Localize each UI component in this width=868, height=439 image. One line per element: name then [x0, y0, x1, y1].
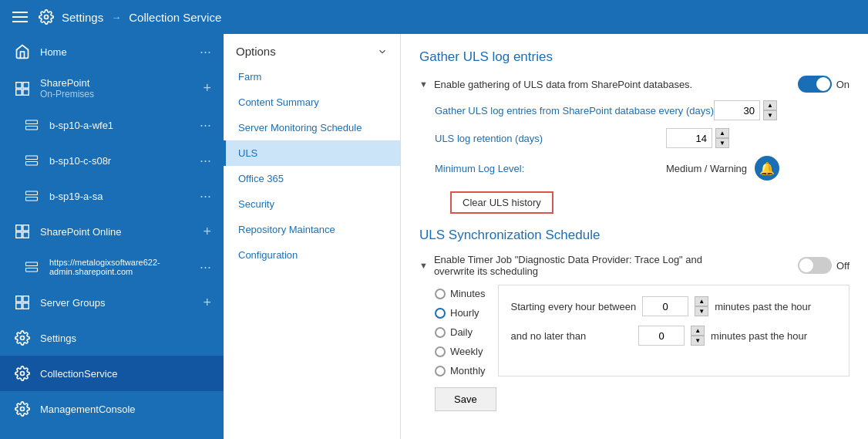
svg-rect-0 [16, 82, 22, 87]
svg-rect-12 [26, 191, 38, 195]
minutes-label: Minutes [450, 288, 486, 299]
hourly-radio[interactable] [435, 308, 446, 319]
minutes-radio[interactable] [435, 289, 446, 299]
options-chevron-icon [377, 46, 388, 57]
sync-enable-label: Enable Timer Job "Diagnostic Data Provid… [434, 254, 742, 277]
server-groups-add-icon[interactable]: + [203, 295, 211, 311]
svg-rect-8 [26, 156, 38, 160]
sp-online-url-label: https://metalogixsoftware622-admin.share… [49, 258, 192, 276]
server-s08r-label: b-sp10-c-s08r [49, 155, 192, 167]
no-later-down[interactable]: ▼ [691, 336, 705, 346]
settings-nav-label: Settings [40, 333, 211, 344]
sp19-more-icon[interactable]: ··· [200, 188, 211, 204]
hamburger-menu[interactable] [9, 8, 31, 25]
sidebar-item-sharepoint-onprem[interactable]: SharePoint On-Premises + [0, 69, 224, 107]
sync-chevron-icon: ▼ [419, 261, 428, 270]
daily-radio[interactable] [435, 327, 446, 338]
starting-input[interactable] [642, 296, 688, 316]
sidebar-item-settings[interactable]: Settings [0, 320, 224, 356]
retention-input-group: ▲ ▼ [666, 128, 729, 148]
svg-rect-22 [16, 296, 22, 302]
min-log-level-value: Medium / Warning [666, 163, 747, 174]
schedule-hourly[interactable]: Hourly [435, 307, 486, 319]
settings-icon [39, 9, 54, 25]
no-later-up[interactable]: ▲ [691, 326, 705, 336]
retention-down[interactable]: ▼ [715, 138, 729, 148]
gather-uls-title: Gather ULS log entries [419, 49, 849, 65]
nav-item-farm[interactable]: Farm [224, 64, 400, 89]
s08r-more-icon[interactable]: ··· [200, 153, 211, 169]
sharepoint-online-add-icon[interactable]: + [203, 224, 211, 240]
svg-rect-19 [23, 232, 29, 238]
gather-days-row: Gather ULS log entries from SharePoint d… [419, 100, 849, 120]
gather-days-down[interactable]: ▼ [763, 110, 777, 120]
enable-gathering-toggle[interactable] [798, 76, 832, 93]
sharepoint-onprem-icon [12, 79, 32, 99]
collection-service-label: CollectionService [40, 368, 211, 380]
nav-item-server-monitoring[interactable]: Server Monitoring Schedule [224, 115, 400, 140]
sharepoint-onprem-add-icon[interactable]: + [203, 80, 211, 96]
wfe1-more-icon[interactable]: ··· [200, 117, 211, 133]
schedule-daily[interactable]: Daily [435, 326, 486, 338]
starting-up[interactable]: ▲ [695, 296, 708, 306]
gather-days-up[interactable]: ▲ [763, 100, 777, 110]
retention-spinner: ▲ ▼ [715, 128, 729, 148]
no-later-input[interactable] [638, 326, 685, 346]
sidebar-item-sp-online-url[interactable]: https://metalogixsoftware622-admin.share… [0, 249, 224, 285]
enable-gathering-subsection: ▼ Enable gathering of ULS data from Shar… [419, 76, 849, 214]
sp-url-more-icon[interactable]: ··· [200, 259, 211, 275]
topbar: Settings → Collection Service [0, 0, 868, 34]
nav-item-security[interactable]: Security [224, 191, 400, 217]
monthly-radio[interactable] [435, 366, 446, 377]
sync-enable-toggle-label: Off [836, 260, 849, 272]
no-later-row: and no later than ▲ ▼ minutes past the h… [511, 326, 836, 346]
sidebar-item-s08r[interactable]: b-sp10-c-s08r ··· [0, 143, 224, 178]
retention-up[interactable]: ▲ [715, 128, 729, 138]
sidebar-item-options[interactable]: Options [0, 427, 224, 439]
monthly-label: Monthly [450, 365, 486, 377]
sync-enable-header: ▼ Enable Timer Job "Diagnostic Data Prov… [419, 254, 849, 277]
retention-input[interactable] [666, 128, 712, 148]
svg-rect-1 [23, 82, 29, 87]
clear-uls-history-button[interactable]: Clear ULS history [450, 191, 553, 214]
sync-enable-toggle[interactable] [798, 257, 832, 274]
nav-item-content-summary[interactable]: Content Summary [224, 89, 400, 115]
schedule-radio-group: Minutes Hourly Daily Weekly [435, 285, 486, 377]
sidebar-item-sharepoint-online[interactable]: SharePoint Online + [0, 214, 224, 249]
starting-spinner: ▲ ▼ [695, 296, 708, 316]
server-groups-label: Server Groups [40, 297, 195, 309]
svg-rect-23 [23, 296, 29, 302]
starting-row: Starting every hour between ▲ ▼ minutes … [511, 296, 836, 316]
sidebar-item-management-console[interactable]: ManagementConsole [0, 391, 224, 427]
sidebar-item-server-groups[interactable]: Server Groups + [0, 285, 224, 320]
nav-item-office365[interactable]: Office 365 [224, 166, 400, 191]
sidebar-item-home[interactable]: Home ··· [0, 34, 224, 69]
content-area: Gather ULS log entries ▼ Enable gatherin… [401, 34, 868, 439]
settings-breadcrumb: Settings [62, 11, 103, 24]
nav-item-uls[interactable]: ULS [224, 140, 400, 166]
nav-item-repository-maintance[interactable]: Repository Maintance [224, 217, 400, 242]
sidebar-item-sp19[interactable]: b-sp19-a-sa ··· [0, 178, 224, 214]
retention-label: ULS log retention (days) [435, 133, 666, 144]
home-more-icon[interactable]: ··· [200, 44, 211, 60]
sidebar-item-collection-service[interactable]: CollectionService [0, 356, 224, 391]
nav-item-configuration[interactable]: Configuration [224, 242, 400, 268]
sidebar-item-wfe1[interactable]: b-sp10-a-wfe1 ··· [0, 107, 224, 143]
starting-down[interactable]: ▼ [695, 306, 708, 316]
weekly-radio[interactable] [435, 346, 446, 357]
gather-days-input[interactable] [714, 100, 760, 120]
bell-icon[interactable]: 🔔 [755, 156, 779, 181]
uls-sync-title: ULS Synchronization Schedule [419, 228, 849, 243]
enable-gathering-label: Enable gathering of ULS data from ShareP… [434, 79, 692, 90]
no-later-label: and no later than [511, 330, 587, 342]
uls-sync-section: ULS Synchronization Schedule ▼ Enable Ti… [419, 228, 849, 411]
daily-label: Daily [450, 326, 473, 338]
options-icon [12, 434, 32, 439]
collection-service-icon [12, 363, 32, 383]
schedule-weekly[interactable]: Weekly [435, 346, 486, 357]
min-log-level-row: Minimum Log Level: Medium / Warning 🔔 [419, 156, 849, 181]
left-sidebar: Home ··· SharePoint On-Premises + b-sp10… [0, 34, 224, 439]
save-button[interactable]: Save [435, 387, 496, 411]
schedule-minutes[interactable]: Minutes [435, 288, 486, 299]
schedule-monthly[interactable]: Monthly [435, 365, 486, 377]
